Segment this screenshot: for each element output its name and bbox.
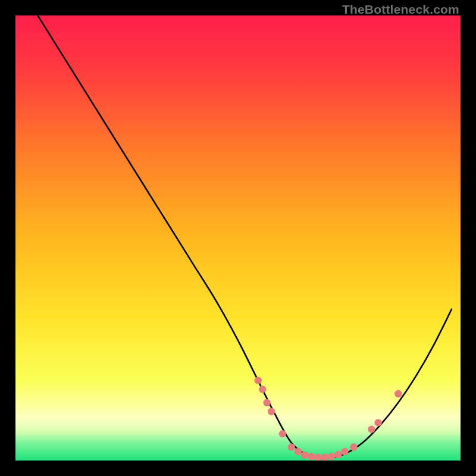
gradient-background (15, 15, 461, 461)
data-point (259, 386, 266, 393)
data-point (295, 448, 302, 455)
data-point (279, 430, 286, 437)
data-point (350, 443, 357, 450)
data-point (254, 377, 261, 384)
data-point (263, 399, 270, 406)
data-point (301, 452, 308, 459)
data-point (368, 425, 375, 433)
data-point (374, 419, 381, 426)
data-point (328, 453, 335, 460)
data-point (308, 453, 315, 460)
data-point (268, 408, 275, 415)
data-point (334, 451, 342, 458)
watermark-text: TheBottleneck.com (342, 2, 459, 17)
data-point (341, 448, 348, 455)
data-point (288, 443, 295, 450)
chart-frame (15, 15, 461, 461)
bottleneck-chart (15, 15, 461, 461)
data-point (394, 390, 402, 397)
